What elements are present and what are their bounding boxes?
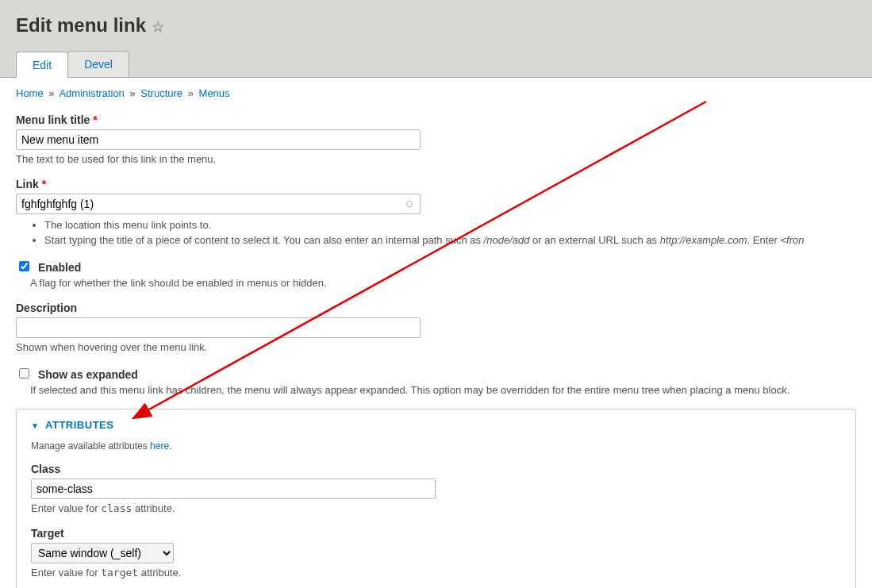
expanded-label: Show as expanded [38,368,138,381]
star-icon[interactable]: ☆ [152,19,164,35]
class-label: Class [31,463,841,475]
class-help: Enter value for class attribute. [31,502,841,514]
target-help-code: target [101,567,138,578]
link-help-2-em1: /node/add [484,234,530,246]
expanded-help: If selected and this menu link has child… [30,384,856,396]
page-title-text: Edit menu link [16,14,146,36]
link-help-2-prefix: Start typing the title of a piece of con… [44,234,484,246]
attributes-fieldset: ▼ ATTRIBUTES Manage available attributes… [16,409,856,588]
expanded-checkbox[interactable] [19,368,29,379]
form-item-description: Description Shown when hovering over the… [16,302,856,353]
link-help-2-em3: <fron [780,234,804,246]
title-label: Menu link title * [16,113,856,126]
tab-edit[interactable]: Edit [16,52,68,78]
header-region: Edit menu link ☆ Edit Devel [0,0,872,78]
class-help-code: class [101,502,132,514]
description-input[interactable] [16,317,421,338]
target-help: Enter value for target attribute. [31,567,841,578]
form-item-enabled: Enabled A flag for whether the link shou… [16,259,856,289]
target-label: Target [31,527,841,540]
content-region: Home » Administration » Structure » Menu… [0,78,872,588]
form-item-target: Target Same window (_self) Enter value f… [31,527,841,578]
enabled-label: Enabled [38,261,81,274]
breadcrumb-menus[interactable]: Menus [199,87,230,99]
description-label: Description [16,302,856,314]
link-help-2-em2: http://example.com [660,234,747,246]
breadcrumb-administration[interactable]: Administration [59,87,124,99]
primary-tabs: Edit Devel [16,51,856,77]
class-input[interactable] [31,478,436,499]
link-help-1: The location this menu link points to. [44,219,856,231]
link-label: Link * [16,178,856,190]
attributes-body: Manage available attributes here. Class … [17,440,855,588]
target-select[interactable]: Same window (_self) [31,543,174,563]
form-item-class: Class Enter value for class attribute. [31,463,841,514]
attributes-summary[interactable]: ▼ ATTRIBUTES [17,409,855,440]
description-help: Shown when hovering over the menu link. [16,341,856,353]
link-help-list: The location this menu link points to. S… [16,219,856,246]
breadcrumb-separator: » [129,87,135,99]
target-help-suffix: attribute. [138,567,181,578]
required-marker: * [93,113,97,126]
breadcrumb-home[interactable]: Home [16,87,44,99]
breadcrumb-structure[interactable]: Structure [140,87,182,99]
title-help: The text to be used for this link in the… [16,153,856,165]
triangle-down-icon: ▼ [31,421,39,430]
title-input[interactable] [16,129,421,150]
manage-prefix: Manage available attributes [31,440,150,452]
form-item-title: Menu link title * The text to be used fo… [16,113,856,165]
breadcrumb-separator: » [48,87,54,99]
enabled-checkbox[interactable] [19,261,29,271]
required-marker: * [42,178,46,190]
breadcrumb-separator: » [188,87,194,99]
link-label-text: Link [16,178,39,190]
link-help-2-suffix: . Enter [747,234,781,246]
link-help-2: Start typing the title of a piece of con… [44,234,856,246]
manage-attributes-text: Manage available attributes here. [31,440,841,452]
link-help-2-mid: or an external URL such as [529,234,659,246]
class-help-prefix: Enter value for [31,502,101,514]
form-item-link: Link * The location this menu link point… [16,178,856,246]
target-help-prefix: Enter value for [31,567,101,578]
enabled-help: A flag for whether the link should be en… [30,277,856,289]
manage-attributes-link[interactable]: here [150,440,169,452]
page-title: Edit menu link ☆ [16,14,856,37]
tab-devel[interactable]: Devel [67,51,129,77]
form-item-expanded: Show as expanded If selected and this me… [16,366,856,396]
link-input[interactable] [16,194,421,214]
title-label-text: Menu link title [16,113,90,126]
attributes-heading-text: ATTRIBUTES [45,419,113,431]
breadcrumb: Home » Administration » Structure » Menu… [16,87,856,99]
class-help-suffix: attribute. [132,502,175,514]
